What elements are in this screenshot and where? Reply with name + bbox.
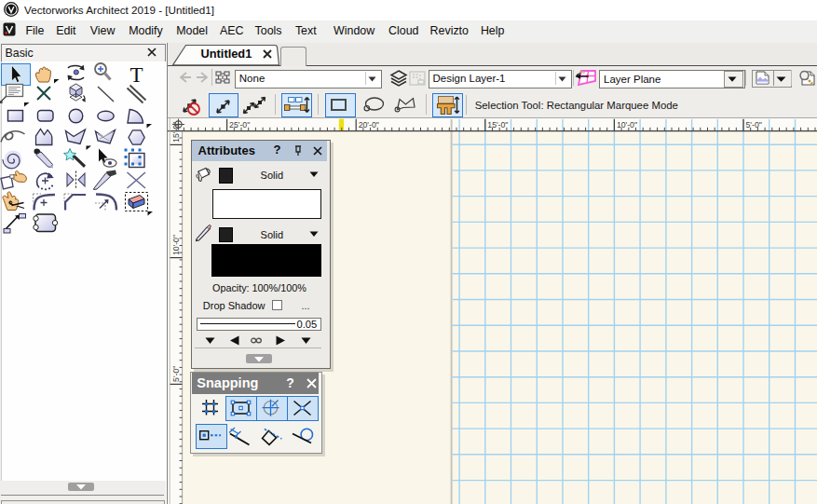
svg-text:10'-0": 10'-0" [172,235,182,255]
svg-text:5'-0": 5'-0" [172,366,182,382]
